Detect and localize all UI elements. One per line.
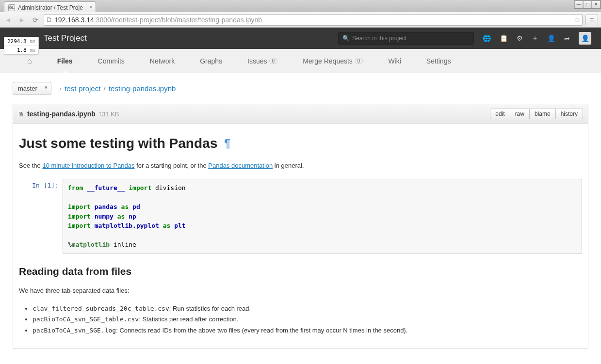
crumb-file[interactable]: testing-pandas.ipynb <box>109 84 176 93</box>
browser-toolbar: ◄ ► ⟳ 🗋 192.168.3.14:3000/root/test-proj… <box>0 12 601 28</box>
close-tab-icon[interactable]: × <box>90 4 93 10</box>
search-icon: 🔍 <box>342 35 350 42</box>
forward-button[interactable]: ► <box>16 15 27 25</box>
project-title: Test Project <box>44 33 87 43</box>
signout-icon[interactable]: ➦ <box>564 34 570 42</box>
breadcrumb-row: master › test-project / testing-pandas.i… <box>13 82 588 95</box>
browser-tab-bar: GL Administrator / Test Proje × <box>0 0 601 12</box>
cell-prompt: In [1]: <box>19 179 63 254</box>
nav-files[interactable]: Files <box>45 49 85 73</box>
file-name: testing-pandas.ipynb <box>27 110 96 118</box>
nav-commits[interactable]: Commits <box>85 49 137 73</box>
content-area: master › test-project / testing-pandas.i… <box>0 73 601 364</box>
window-controls: — ▢ ✕ <box>574 0 601 9</box>
nav-graphs[interactable]: Graphs <box>187 49 235 73</box>
file-list: clav_filtered_subreads_20c_table.csv: Ru… <box>32 304 582 336</box>
pilcrow-icon[interactable]: ¶ <box>224 137 230 150</box>
file-panel: 🗎 testing-pandas.ipynb 131 KB edit raw b… <box>13 104 588 349</box>
list-item: pacBioToCA_svn_SGE_table.csv: Statistics… <box>32 315 582 325</box>
timing-overlay: 2294.8 ms 1.8 ms <box>4 37 39 55</box>
file-header: 🗎 testing-pandas.ipynb 131 KB edit raw b… <box>13 104 588 124</box>
raw-button[interactable]: raw <box>510 109 530 119</box>
list-item: pacBioToCA_svn_SGE.log: Connects read ID… <box>32 326 582 336</box>
intro-link-1[interactable]: 10 minute introduction to Pandas <box>42 162 134 169</box>
minimize-button[interactable]: — <box>574 0 583 8</box>
maximize-button[interactable]: ▢ <box>583 0 592 8</box>
user-icon[interactable]: 👤 <box>547 34 555 42</box>
project-search[interactable]: 🔍 Search in this project <box>338 32 474 45</box>
branch-select[interactable]: master <box>13 82 51 95</box>
home-icon: ⌂ <box>27 57 32 65</box>
page-icon: 🗋 <box>46 16 52 23</box>
favicon-icon: GL <box>8 4 15 11</box>
avatar[interactable]: 👤 <box>579 32 591 45</box>
address-bar[interactable]: 🗋 192.168.3.14:3000/root/test-project/bl… <box>44 14 583 26</box>
browser-menu-button[interactable]: ≡ <box>585 15 598 25</box>
history-button[interactable]: history <box>555 109 583 119</box>
code-cell-1: In [1]: from __future__ import division … <box>19 179 582 254</box>
nav-network[interactable]: Network <box>137 49 187 73</box>
nav-merge-requests[interactable]: Merge Requests0 <box>290 49 375 73</box>
plus-icon[interactable]: ＋ <box>532 34 538 43</box>
search-placeholder: Search in this project <box>352 35 406 42</box>
back-button[interactable]: ◄ <box>3 15 14 25</box>
browser-tab[interactable]: GL Administrator / Test Proje × <box>4 1 96 12</box>
globe-icon[interactable]: 🌐 <box>483 34 491 42</box>
notebook-title: Just some testing with Pandas ¶ <box>19 136 582 151</box>
edit-button[interactable]: edit <box>490 109 510 119</box>
notebook-intro: See the 10 minute introduction to Pandas… <box>19 162 582 169</box>
file-size: 131 KB <box>98 111 119 118</box>
close-window-button[interactable]: ✕ <box>592 0 601 8</box>
url-text: 192.168.3.14:3000/root/test-project/blob… <box>54 16 262 24</box>
nav-settings[interactable]: Settings <box>414 49 464 73</box>
reload-button[interactable]: ⟳ <box>30 15 41 25</box>
nav-issues[interactable]: Issues0 <box>235 49 290 73</box>
share-icon[interactable]: ⚙ <box>517 34 523 42</box>
intro-link-2[interactable]: Pandas documentation <box>208 162 273 169</box>
gitlab-header: Test Project 🔍 Search in this project 🌐 … <box>0 28 601 49</box>
nav-wiki[interactable]: Wiki <box>375 49 413 73</box>
copy-icon[interactable]: 📋 <box>500 34 508 42</box>
file-icon: 🗎 <box>18 111 24 118</box>
file-body: Just some testing with Pandas ¶ See the … <box>13 124 588 348</box>
tab-title: Administrator / Test Proje <box>18 4 83 11</box>
page-viewport[interactable]: Test Project 🔍 Search in this project 🌐 … <box>0 28 601 364</box>
notebook-h2: Reading data from files <box>19 266 582 277</box>
blame-button[interactable]: blame <box>529 109 556 119</box>
notebook-p2: We have three tab-separated data files: <box>19 287 582 294</box>
breadcrumb: › test-project / testing-pandas.ipynb <box>58 84 176 93</box>
list-item: clav_filtered_subreads_20c_table.csv: Ru… <box>32 304 582 314</box>
code-box: from __future__ import division import p… <box>63 179 582 254</box>
file-actions: edit raw blame history <box>490 109 583 119</box>
crumb-project[interactable]: test-project <box>65 84 100 93</box>
bookmark-star-icon[interactable]: ☆ <box>574 16 580 24</box>
project-nav: ⌂ Files Commits Network Graphs Issues0 M… <box>0 49 601 73</box>
header-icons: 🌐 📋 ⚙ ＋ 👤 ➦ 👤 <box>483 32 591 45</box>
